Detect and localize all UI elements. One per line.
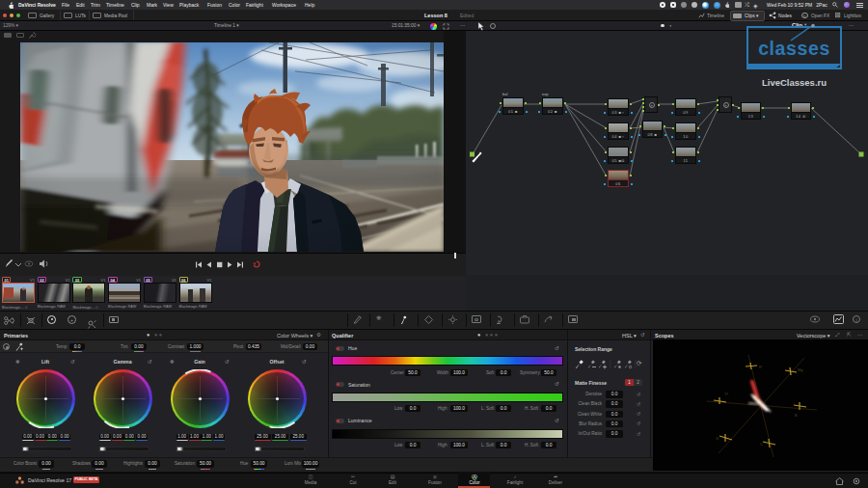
svg-text:C: C <box>760 442 763 447</box>
svg-text:Mg: Mg <box>798 367 803 372</box>
svg-text:R: R <box>759 365 762 369</box>
svg-text:G: G <box>716 436 719 441</box>
svg-text:B: B <box>795 413 798 418</box>
svg-text:Yl: Yl <box>724 392 728 396</box>
